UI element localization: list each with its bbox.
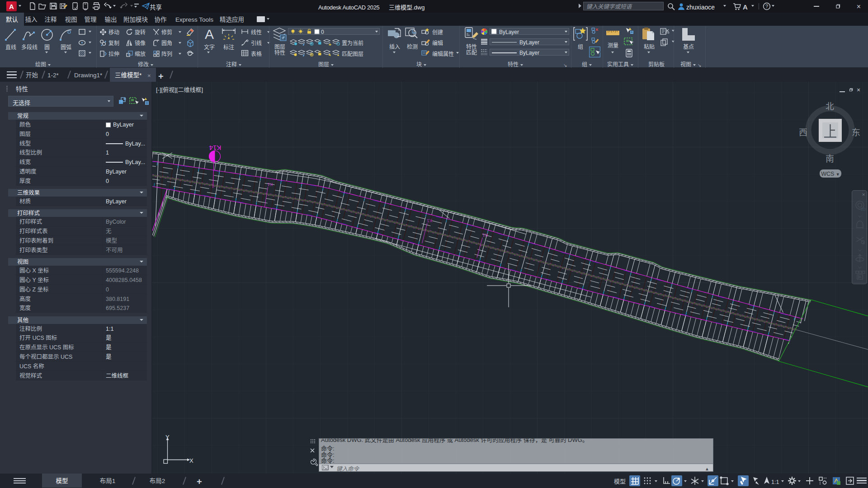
svg-text:K1: K1 (426, 218, 432, 223)
svg-text:?: ? (765, 4, 768, 9)
svg-text:K14: K14 (209, 144, 222, 152)
svg-text:K1: K1 (482, 233, 488, 238)
svg-text:K1: K1 (267, 182, 273, 187)
svg-text:A: A (205, 27, 214, 41)
svg-text:2D: 2D (861, 207, 866, 211)
svg-text:X: X (189, 457, 193, 464)
svg-text:Y: Y (165, 434, 170, 441)
